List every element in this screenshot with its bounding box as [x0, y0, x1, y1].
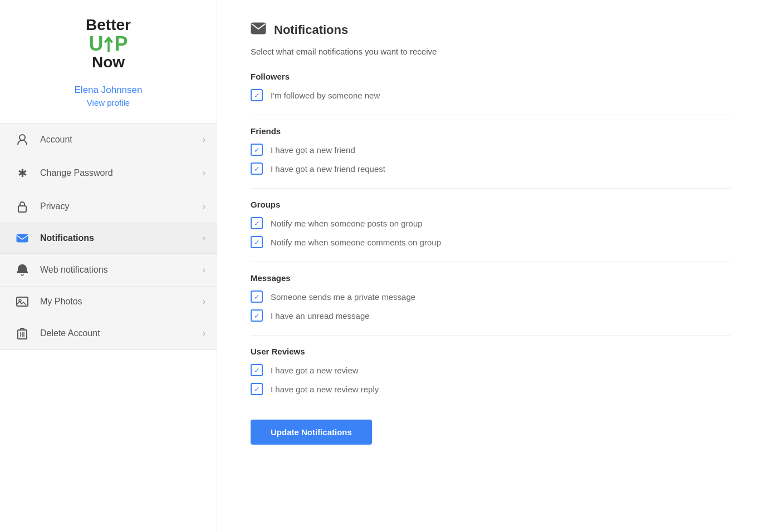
user-name[interactable]: Elena Johnnsen — [75, 85, 143, 96]
notifications-label: Notifications — [40, 233, 203, 243]
checkbox-followed-new[interactable]: ✓ — [251, 89, 263, 101]
svg-point-1 — [19, 135, 25, 140]
logo-p-text: P — [114, 32, 128, 55]
chevron-right-icon: › — [203, 233, 205, 243]
envelope-icon — [11, 234, 33, 243]
review-reply-label: I have got a new review reply — [271, 385, 379, 394]
notif-item-followed-new: ✓ I'm followed by someone new — [251, 89, 731, 101]
divider-groups — [251, 262, 731, 262]
sidebar-item-notifications[interactable]: Notifications › — [0, 223, 217, 253]
sidebar-item-delete-account[interactable]: Delete Account › — [0, 317, 217, 350]
chevron-right-icon: › — [203, 168, 205, 178]
friends-group-title: Friends — [251, 126, 731, 136]
image-icon — [11, 297, 33, 307]
sidebar-item-web-notifications[interactable]: Web notifications › — [0, 253, 217, 286]
web-notifications-label: Web notifications — [40, 265, 203, 275]
asterisk-icon: ✱ — [11, 166, 33, 180]
delete-account-label: Delete Account — [40, 328, 203, 338]
checkbox-unread-message[interactable]: ✓ — [251, 309, 263, 322]
user-reviews-group-title: User Reviews — [251, 347, 731, 356]
checkbox-friend-request[interactable]: ✓ — [251, 162, 263, 175]
notif-group-messages: Messages ✓ Someone sends me a private me… — [251, 273, 731, 322]
view-profile-link[interactable]: View profile — [87, 98, 130, 107]
notif-item-group-comment: ✓ Notify me when someone comments on gro… — [251, 236, 731, 248]
notif-item-unread-message: ✓ I have an unread message — [251, 309, 731, 322]
notif-group-groups: Groups ✓ Notify me when someone posts on… — [251, 200, 731, 248]
friend-request-label: I have got a new friend request — [271, 164, 385, 174]
sidebar-item-privacy[interactable]: Privacy › — [0, 190, 217, 223]
svg-rect-2 — [18, 206, 26, 212]
followers-group-title: Followers — [251, 72, 731, 81]
notif-item-private-message: ✓ Someone sends me a private message — [251, 290, 731, 303]
bell-icon — [11, 264, 33, 276]
chevron-right-icon: › — [203, 265, 205, 275]
logo-now: Now — [86, 54, 131, 71]
section-title: Notifications — [274, 23, 348, 37]
sidebar-item-account[interactable]: Account › — [0, 123, 217, 156]
unread-message-label: I have an unread message — [271, 311, 370, 321]
notif-item-review-reply: ✓ I have got a new review reply — [251, 383, 731, 395]
followed-new-label: I'm followed by someone new — [271, 91, 380, 100]
group-post-label: Notify me when someone posts on group — [271, 219, 423, 228]
chevron-right-icon: › — [203, 135, 205, 145]
sidebar-item-my-photos[interactable]: My Photos › — [0, 286, 217, 317]
main-content: Notifications Select what email notifica… — [217, 0, 764, 532]
messages-group-title: Messages — [251, 273, 731, 283]
notif-item-friend-request: ✓ I have got a new friend request — [251, 162, 731, 175]
nav-menu: Account › ✱ Change Password › Privacy › — [0, 123, 217, 350]
person-icon — [11, 134, 33, 146]
checkbox-new-friend[interactable]: ✓ — [251, 144, 263, 156]
groups-group-title: Groups — [251, 200, 731, 209]
logo-arrow-icon — [103, 36, 114, 54]
notif-group-user-reviews: User Reviews ✓ I have got a new review ✓… — [251, 347, 731, 395]
new-friend-label: I have got a new friend — [271, 145, 355, 155]
sidebar: Better U P Now Elena Johnnsen View profi… — [0, 0, 217, 532]
checkbox-review-reply[interactable]: ✓ — [251, 383, 263, 395]
change-password-label: Change Password — [40, 168, 203, 178]
update-notifications-button[interactable]: Update Notifications — [251, 420, 372, 445]
checkbox-new-review[interactable]: ✓ — [251, 364, 263, 376]
lock-icon — [11, 200, 33, 213]
notifications-header-icon — [251, 22, 266, 38]
account-label: Account — [40, 135, 203, 145]
svg-rect-3 — [17, 234, 28, 242]
chevron-right-icon: › — [203, 297, 205, 307]
privacy-label: Privacy — [40, 201, 203, 211]
sidebar-item-change-password[interactable]: ✱ Change Password › — [0, 156, 217, 190]
logo: Better U P Now — [86, 17, 131, 71]
divider-friends — [251, 188, 731, 189]
notif-item-group-post: ✓ Notify me when someone posts on group — [251, 217, 731, 229]
new-review-label: I have got a new review — [271, 366, 359, 375]
divider-followers — [251, 115, 731, 115]
divider-messages — [251, 335, 731, 336]
private-message-label: Someone sends me a private message — [271, 292, 415, 302]
notif-item-new-friend: ✓ I have got a new friend — [251, 144, 731, 156]
notif-group-friends: Friends ✓ I have got a new friend ✓ I ha… — [251, 126, 731, 175]
logo-up-text: U — [89, 32, 103, 55]
checkbox-group-post[interactable]: ✓ — [251, 217, 263, 229]
logo-better: Better — [86, 17, 131, 34]
section-header: Notifications — [251, 22, 731, 38]
notif-group-followers: Followers ✓ I'm followed by someone new — [251, 72, 731, 101]
notif-item-new-review: ✓ I have got a new review — [251, 364, 731, 376]
logo-up: U P — [86, 34, 131, 54]
checkbox-group-comment[interactable]: ✓ — [251, 236, 263, 248]
chevron-right-icon: › — [203, 328, 205, 338]
group-comment-label: Notify me when someone comments on group — [271, 238, 441, 247]
section-subtitle: Select what email notifications you want… — [251, 47, 731, 56]
checkbox-private-message[interactable]: ✓ — [251, 290, 263, 303]
my-photos-label: My Photos — [40, 297, 203, 307]
chevron-right-icon: › — [203, 201, 205, 211]
trash-icon — [11, 327, 33, 339]
